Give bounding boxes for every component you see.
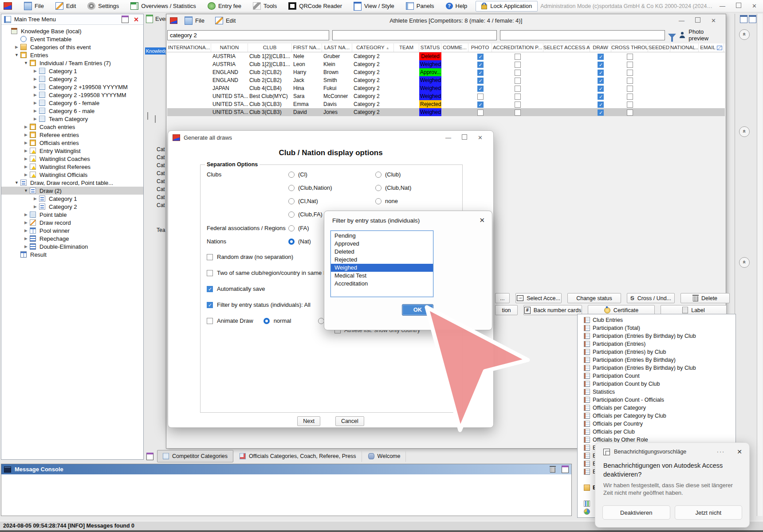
- checkbox-filter-entry-status[interactable]: Filter by entry status (individuals): Al…: [207, 301, 311, 308]
- radio-cl-nat[interactable]: (Cl,Nat): [288, 198, 375, 204]
- minimize-icon[interactable]: —: [445, 134, 451, 141]
- report-item-participation-entries-by-club[interactable]: Participation (Entries) by Club: [578, 348, 735, 356]
- column-header-accreditation-p[interactable]: ACCREDITATION P...: [492, 43, 543, 52]
- deactivate-button[interactable]: Deaktivieren: [602, 505, 670, 520]
- tree-item-category-2[interactable]: ▶Category 2: [1, 203, 143, 211]
- photo-preview-label[interactable]: Photo preview: [688, 28, 725, 42]
- column-header-draw[interactable]: DRAW: [590, 43, 611, 52]
- checked-checkbox-icon[interactable]: [477, 54, 484, 60]
- unchecked-checkbox-icon[interactable]: [477, 110, 484, 116]
- tree-item-event-timetable[interactable]: Event Timetable: [1, 35, 143, 43]
- tree-item-draw-draw-record-point-table[interactable]: ▼Draw, Draw record, Point table...: [1, 179, 143, 187]
- collapse-arrow-icon[interactable]: ▶: [23, 125, 29, 129]
- column-header-national[interactable]: NATIONAL...: [670, 43, 699, 52]
- column-header-comme[interactable]: COMME...: [441, 43, 468, 52]
- collapse-arrow-icon[interactable]: ▶: [32, 85, 39, 89]
- unchecked-checkbox-icon[interactable]: [515, 102, 521, 108]
- table-row-hina-fukui[interactable]: JAPANClub 4(CLB4)HinaFukuiCategory 2Weig…: [167, 84, 725, 92]
- next-button[interactable]: Next: [297, 416, 320, 426]
- report-item-participation-count[interactable]: Participation Count: [578, 372, 735, 380]
- tree-item-waitinglist-officials[interactable]: ▶Waitinglist Officials: [1, 171, 143, 179]
- close-icon[interactable]: ✕: [478, 134, 483, 141]
- menu-item-edit[interactable]: Edit: [50, 0, 82, 12]
- tion-button[interactable]: tion: [495, 305, 518, 315]
- report-item-participation-entries-by-birthday[interactable]: Participation (Entries By Birthday): [578, 356, 735, 364]
- column-header-last-na[interactable]: LAST NA...: [322, 43, 352, 52]
- tree-item-category-2-199508-yyyymm[interactable]: ▶Category 2 +199508 YYYYMM: [1, 83, 143, 91]
- report-item-officials-per-club[interactable]: Officials per Club: [578, 428, 735, 436]
- tree-item-waitinglist-referees[interactable]: ▶Waitinglist Referees: [1, 163, 143, 171]
- tree-item-draw-record[interactable]: ▶Draw record: [1, 219, 143, 227]
- column-header-team[interactable]: TEAM: [394, 43, 419, 52]
- unchecked-checkbox-icon[interactable]: [627, 78, 633, 84]
- radio-none[interactable]: none: [375, 198, 462, 204]
- checked-checkbox-icon[interactable]: [477, 70, 484, 76]
- lock-application-button[interactable]: Lock Application: [476, 1, 538, 12]
- close-icon[interactable]: ✕: [737, 448, 742, 455]
- change-status-button[interactable]: Change status: [567, 293, 621, 303]
- unchecked-checkbox-icon[interactable]: [515, 62, 521, 68]
- filter-input-3[interactable]: [500, 30, 665, 40]
- collapse-panel-chevron-icon[interactable]: «: [739, 257, 750, 268]
- collapse-arrow-icon[interactable]: ▶: [32, 69, 39, 73]
- collapse-arrow-icon[interactable]: ▶: [32, 101, 39, 105]
- checked-checkbox-icon[interactable]: [477, 78, 484, 84]
- tree-item-category-2-199508-yyyymm[interactable]: ▶Category 2 -199508 YYYYMM: [1, 91, 143, 99]
- tree-item-team-category[interactable]: ▶Team Category: [1, 115, 143, 123]
- column-header-cross-throu[interactable]: CROSS THROU...: [611, 43, 648, 52]
- tree-item-category-6-female[interactable]: ▶Category 6 - female: [1, 99, 143, 107]
- collapse-arrow-icon[interactable]: ▶: [32, 109, 39, 113]
- menu-item-qrcode[interactable]: QRCode Reader: [283, 0, 348, 12]
- close-icon[interactable]: ✕: [752, 3, 757, 9]
- table-row-david-jones[interactable]: UNITED STA...Club 3(CLB3)DavidJonesCateg…: [167, 108, 725, 116]
- tree-item-officials-entries[interactable]: ▶Officials entries: [1, 139, 143, 147]
- menu-item-settings[interactable]: Settings: [82, 0, 125, 12]
- radio-icon[interactable]: [375, 172, 382, 178]
- column-header-select-access-a[interactable]: SELECT ACCESS A...: [543, 43, 590, 52]
- select-acce-button[interactable]: Select Acce...: [515, 293, 562, 303]
- maximize-icon[interactable]: [462, 134, 467, 140]
- expand-arrow-icon[interactable]: ▼: [23, 61, 29, 65]
- checked-checkbox-icon[interactable]: [598, 94, 604, 100]
- trash-icon[interactable]: [550, 467, 555, 473]
- tab-welcome[interactable]: Welcome: [363, 450, 406, 462]
- unchecked-checkbox-icon[interactable]: [627, 54, 633, 60]
- checked-checkbox-icon[interactable]: [477, 62, 484, 68]
- checked-checkbox-icon[interactable]: [598, 62, 604, 68]
- radio-icon[interactable]: [288, 172, 295, 178]
- checked-checkbox-icon[interactable]: [598, 110, 604, 116]
- unchecked-checkbox-icon[interactable]: [477, 94, 484, 100]
- unchecked-checkbox-icon[interactable]: [515, 54, 521, 60]
- expand-arrow-icon[interactable]: ▼: [13, 53, 20, 57]
- report-item-club-entries[interactable]: Club Entries: [578, 316, 735, 324]
- checkbox-two-same-half[interactable]: Two of same club/region/country in same …: [207, 270, 333, 276]
- back-number-cards-button[interactable]: #Back number cards: [523, 305, 582, 315]
- radio-cl[interactable]: (Cl): [288, 171, 375, 178]
- maximize-icon[interactable]: [695, 17, 700, 23]
- table-row-leon-klein[interactable]: AUSTRIAClub 1[2](CLB1...LeonKleinCategor…: [167, 60, 725, 68]
- panel-maximize-icon[interactable]: [122, 16, 129, 23]
- radio-club-nat[interactable]: (Club,Nat): [375, 184, 462, 191]
- menu-item-panels[interactable]: Panels: [400, 0, 440, 12]
- checkbox-icon[interactable]: [207, 286, 213, 292]
- collapse-panel-chevron-icon[interactable]: «: [739, 29, 750, 40]
- tree-item-category-6-male[interactable]: ▶Category 6 - male: [1, 107, 143, 115]
- menu-edit[interactable]: Edit: [212, 17, 239, 24]
- collapse-arrow-icon[interactable]: ▶: [23, 228, 29, 233]
- report-item-participation-count-officials[interactable]: Participation Count - Officials: [578, 396, 735, 404]
- tree-item-repechage[interactable]: ▶Repechage: [1, 235, 143, 243]
- checkbox-icon[interactable]: [207, 318, 213, 324]
- column-header-club[interactable]: CLUB: [248, 43, 292, 52]
- expand-arrow-icon[interactable]: ▼: [13, 180, 20, 185]
- radio-icon[interactable]: [288, 211, 295, 218]
- tree-item-knowledge-base-local[interactable]: Knowledge Base (local): [1, 27, 143, 35]
- collapse-arrow-icon[interactable]: ▶: [23, 212, 29, 217]
- tree-item-category-1[interactable]: ▶Category 1: [1, 195, 143, 203]
- report-item-officials-per-category[interactable]: Officials per Category: [578, 404, 735, 412]
- column-header-status[interactable]: STATUS: [419, 43, 441, 52]
- close-icon[interactable]: ✕: [711, 17, 716, 24]
- table-row-jack-smith[interactable]: ENGLANDClub 2(CLB2)JackSmithCategory 2We…: [167, 76, 725, 84]
- column-header-category[interactable]: CATEGORY ▲: [352, 43, 394, 52]
- tree-item-entries[interactable]: ▼Entries: [1, 51, 143, 59]
- tree-item-draw-2[interactable]: ▼Draw (2): [1, 187, 143, 195]
